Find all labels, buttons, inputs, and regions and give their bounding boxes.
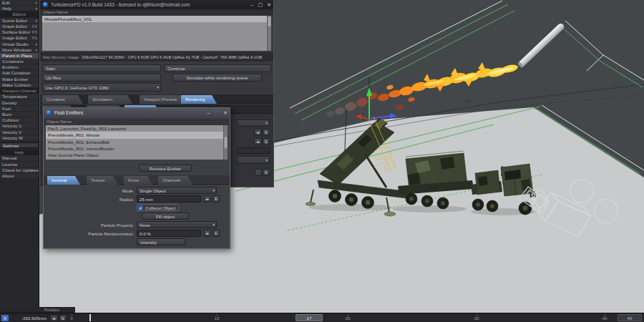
timeline-end-frame[interactable]: 40	[618, 314, 642, 321]
sidebar-item-velocity-u[interactable]: Velocity U	[0, 123, 39, 129]
radius-input[interactable]: 25 mm	[137, 195, 201, 203]
remove-emitter-button[interactable]: Remove Emitter	[139, 165, 192, 172]
sidebar-item-make-emitter[interactable]: Make Emitter	[0, 77, 39, 82]
tab-general[interactable]: General	[47, 176, 80, 185]
sidebar-item-more-windows[interactable]: More Windows▾	[0, 47, 39, 53]
sidebar-item-image-editor[interactable]: Image EditorF6	[0, 35, 39, 41]
sidebar-item-make-collision[interactable]: Make Collision	[0, 82, 39, 88]
shader-dropdown-partial[interactable]: ▾	[237, 156, 270, 164]
dropdown-arrow-icon: ▾	[35, 47, 37, 53]
sidebar-item-surface-editor[interactable]: Surface EditorF5	[0, 29, 39, 35]
maximize-button: ▢	[215, 108, 220, 117]
sidebar-item-fuel[interactable]: Fuel	[0, 106, 39, 112]
close-button[interactable]: ✕	[267, 0, 271, 9]
radius-label: Radius	[44, 197, 137, 202]
texture-button[interactable]	[255, 169, 262, 176]
dropdown-arrow-icon: ▾	[35, 6, 37, 11]
emitter-list-scrollbar[interactable]	[223, 125, 228, 160]
envelope-button[interactable]: E	[263, 129, 270, 136]
value-field-partial[interactable]	[237, 147, 270, 154]
stepper-control[interactable]: ◂▸	[254, 129, 262, 136]
sidebar-item-edit[interactable]: Edit▾	[0, 0, 39, 6]
mode-select[interactable]: Single Object ▾	[137, 187, 217, 194]
tab-container[interactable]: Container	[42, 95, 83, 104]
sidebar-item-help[interactable]: Help▾	[0, 6, 39, 11]
continue-button[interactable]: Continue	[164, 64, 271, 72]
tab-viewport-preview[interactable]: Viewport Preview	[140, 95, 185, 104]
collision-object-checkbox[interactable]: ✓ Collision Object	[137, 204, 179, 211]
intensity-button[interactable]: Intensity	[137, 238, 185, 245]
tab-force[interactable]: Force	[124, 176, 152, 185]
minimize-button[interactable]: –	[208, 108, 210, 117]
sidebar-item-burn[interactable]: Burn	[0, 112, 39, 117]
list-item[interactable]: MissilePlumeEffect_VOL	[42, 16, 271, 22]
timeline-frame-label: 20	[346, 316, 351, 321]
timeline-current-frame[interactable]: 17	[296, 314, 323, 321]
sidebar-item-emitters[interactable]: Emitters	[0, 64, 39, 70]
sidebar-item-temperature[interactable]: Temperature	[0, 94, 39, 99]
emitter-object-name-label: Object Name	[44, 119, 230, 125]
stepper-control[interactable]: ◂▸	[254, 138, 262, 145]
timeline[interactable]: 17 40 010203040	[68, 313, 644, 322]
sidebar-item-containers[interactable]: Containers	[0, 59, 39, 64]
sidebar-item-manual[interactable]: Manual	[0, 155, 39, 161]
sidebar-item-virtual-studio[interactable]: Virtual Studio▾	[0, 42, 39, 47]
tab-simulation[interactable]: Simulation	[88, 95, 132, 104]
minimize-button[interactable]: –	[251, 0, 254, 9]
application-window: -x	[0, 0, 644, 322]
sidebar-item-velocity-v[interactable]: Velocity V	[0, 130, 39, 135]
mode-select-value: Single Object	[140, 188, 166, 193]
tab-channels[interactable]: Channels	[158, 176, 192, 185]
maximize-button[interactable]: ▢	[258, 0, 263, 9]
sidebar-item-parent-in-place[interactable]: Parent in Place	[0, 53, 39, 59]
gpu-select[interactable]: Use GPU 0: GeForce GTX 1080 ▾	[42, 83, 161, 92]
envelope-button[interactable]: E	[213, 230, 220, 237]
sidebar-item-check-for-updates[interactable]: Check for Updates	[0, 167, 39, 173]
sidebar-item-settings[interactable]: Settings	[0, 142, 39, 148]
stepper-control[interactable]: ◂▸	[50, 315, 58, 321]
tfd-list-scrollbar[interactable]	[267, 16, 271, 51]
axis-x-button[interactable]: X	[1, 315, 9, 321]
list-item[interactable]: New Ground Plane Object	[46, 152, 228, 158]
sidebar-item-scene-editor[interactable]: Scene Editor▾	[0, 18, 39, 24]
max-memory-value: 339x249x1117 94.25MV - CPU 6.5GB GPU 5.4…	[82, 55, 262, 59]
envelope-button[interactable]: E	[263, 169, 270, 176]
list-item[interactable]: PrevisMissile_R01: ExhaustBall	[46, 139, 228, 145]
shortcut-label: F6	[32, 35, 37, 41]
dropdown-arrow-icon: ▾	[35, 18, 37, 24]
list-item[interactable]: PrevisMissile_R01: Missile	[46, 132, 228, 138]
sidebar-item-velocity-w[interactable]: Velocity W	[0, 135, 39, 141]
shader-dropdown-partial[interactable]: ▾	[237, 119, 270, 127]
particle-randomization-input[interactable]: 0.0 %	[137, 230, 201, 237]
sidebar-item-add-container[interactable]: Add Container	[0, 70, 39, 76]
particle-property-select[interactable]: None ▾	[137, 221, 217, 228]
sidebar-item-about[interactable]: About	[0, 173, 39, 179]
stepper-control[interactable]: ◂▸	[203, 195, 211, 203]
tfd-titlebar[interactable]: TurbulenceFD v1.0 Build 1433 - licensed …	[40, 0, 273, 9]
scrollbar-thumb[interactable]	[268, 16, 271, 26]
fill-object-button[interactable]: Fill object	[142, 213, 189, 220]
upres-button[interactable]: Up-Res	[42, 74, 161, 82]
envelope-button[interactable]: E	[213, 195, 220, 203]
sidebar-item-graph-editor[interactable]: Graph EditorF2	[0, 24, 39, 29]
turbulencefd-icon	[47, 110, 52, 115]
stepper-control[interactable]: ◂▸	[203, 230, 211, 237]
sidebar-item-collision[interactable]: Collision	[0, 117, 39, 123]
list-item[interactable]: PrevisMissile_R01: InteriorBlocker	[46, 145, 228, 152]
envelope-button[interactable]: E	[263, 138, 270, 145]
tfd-object-list[interactable]: MissilePlumeEffect_VOL	[42, 16, 271, 51]
position-value[interactable]: -262.629mm	[10, 315, 49, 321]
envelope-button[interactable]: E	[59, 315, 67, 321]
tab-rendering[interactable]: Rendering	[181, 95, 217, 104]
emitter-object-list[interactable]: Pac3_Launcher_FeedUp_R01:LauncherPrevisM…	[46, 125, 228, 160]
list-item[interactable]: Pac3_Launcher_FeedUp_R01:Launcher	[46, 125, 228, 132]
tab-texture[interactable]: Texture	[87, 176, 118, 185]
sidebar-item-density[interactable]: Density	[0, 100, 39, 106]
simulate-while-rendering-button[interactable]: Simulate while rendering scene	[172, 74, 262, 82]
sidebar-item-license[interactable]: License	[0, 162, 39, 167]
start-button[interactable]: Start	[42, 64, 161, 72]
close-button[interactable]: ✕	[223, 108, 228, 117]
timeline-marker[interactable]	[89, 314, 91, 321]
scrollbar-thumb[interactable]	[224, 137, 228, 148]
dialog-titlebar[interactable]: Fluid Emitters – ▢ ✕	[44, 108, 230, 117]
